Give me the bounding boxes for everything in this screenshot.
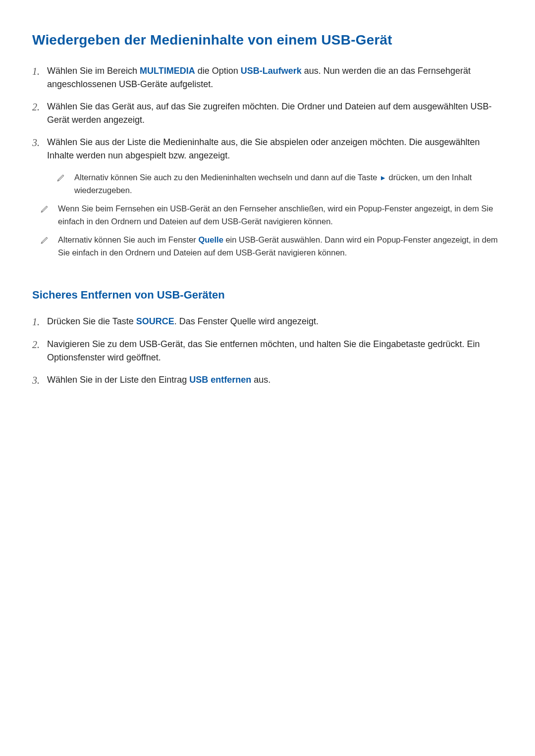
step-3: 3. Wählen Sie aus der Liste die Medienin… bbox=[32, 136, 505, 162]
step-number: 3. bbox=[32, 136, 47, 150]
page-title: Wiedergeben der Medieninhalte von einem … bbox=[32, 30, 505, 50]
step-2: 2. Navigieren Sie zu dem USB-Gerät, das … bbox=[32, 338, 505, 364]
keyword-source: SOURCE bbox=[136, 316, 174, 326]
pencil-icon bbox=[41, 202, 58, 213]
pencil-icon bbox=[57, 171, 74, 182]
text: Wählen Sie in der Liste den Eintrag bbox=[47, 375, 189, 385]
note-1: Wenn Sie beim Fernsehen ein USB-Gerät an… bbox=[32, 202, 505, 228]
step-number: 3. bbox=[32, 373, 47, 387]
keyword-quelle: Quelle bbox=[198, 235, 223, 244]
step-number: 1. bbox=[32, 64, 47, 78]
text: . Das Fenster Quelle wird angezeigt. bbox=[174, 316, 319, 326]
note-2: Alternativ können Sie auch im Fenster Qu… bbox=[32, 234, 505, 259]
step-3: 3. Wählen Sie in der Liste den Eintrag U… bbox=[32, 373, 505, 387]
text: die Option bbox=[195, 66, 241, 76]
pencil-icon bbox=[41, 234, 58, 244]
step-1: 1. Wählen Sie im Bereich MULTIMEDIA die … bbox=[32, 64, 505, 91]
section-title: Sicheres Entfernen von USB-Geräten bbox=[32, 287, 505, 303]
play-icon: ► bbox=[379, 174, 386, 182]
note-body: Wenn Sie beim Fernsehen ein USB-Gerät an… bbox=[58, 202, 505, 228]
document-page: Wiedergeben der Medieninhalte von einem … bbox=[0, 0, 535, 756]
note-body: Alternativ können Sie auch im Fenster Qu… bbox=[58, 234, 505, 259]
keyword-usb-laufwerk: USB-Laufwerk bbox=[241, 66, 302, 76]
step-number: 2. bbox=[32, 100, 47, 114]
steps-list-1: 1. Wählen Sie im Bereich MULTIMEDIA die … bbox=[32, 64, 505, 162]
steps-list-2: 1. Drücken Sie die Taste SOURCE. Das Fen… bbox=[32, 315, 505, 387]
step-body: Wählen Sie im Bereich MULTIMEDIA die Opt… bbox=[47, 64, 505, 91]
step-2: 2. Wählen Sie das Gerät aus, auf das Sie… bbox=[32, 100, 505, 127]
text: aus. bbox=[251, 375, 270, 385]
step-1: 1. Drücken Sie die Taste SOURCE. Das Fen… bbox=[32, 315, 505, 329]
step-body: Navigieren Sie zu dem USB-Gerät, das Sie… bbox=[47, 338, 505, 364]
text: Alternativ können Sie auch im Fenster bbox=[58, 235, 198, 244]
keyword-usb-entfernen: USB entfernen bbox=[189, 375, 251, 385]
step-body: Wählen Sie aus der Liste die Medieninhal… bbox=[47, 136, 505, 162]
step-body: Wählen Sie das Gerät aus, auf das Sie zu… bbox=[47, 100, 505, 127]
text: Drücken Sie die Taste bbox=[47, 316, 136, 326]
keyword-multimedia: MULTIMEDIA bbox=[140, 66, 195, 76]
step-number: 1. bbox=[32, 315, 47, 329]
step-body: Drücken Sie die Taste SOURCE. Das Fenste… bbox=[47, 315, 505, 328]
text: Wählen Sie im Bereich bbox=[47, 66, 140, 76]
note-body: Alternativ können Sie auch zu den Medien… bbox=[74, 171, 505, 197]
step-number: 2. bbox=[32, 338, 47, 352]
step-body: Wählen Sie in der Liste den Eintrag USB … bbox=[47, 373, 505, 387]
text: Alternativ können Sie auch zu den Medien… bbox=[74, 173, 379, 182]
note-subnote: Alternativ können Sie auch zu den Medien… bbox=[32, 171, 505, 197]
